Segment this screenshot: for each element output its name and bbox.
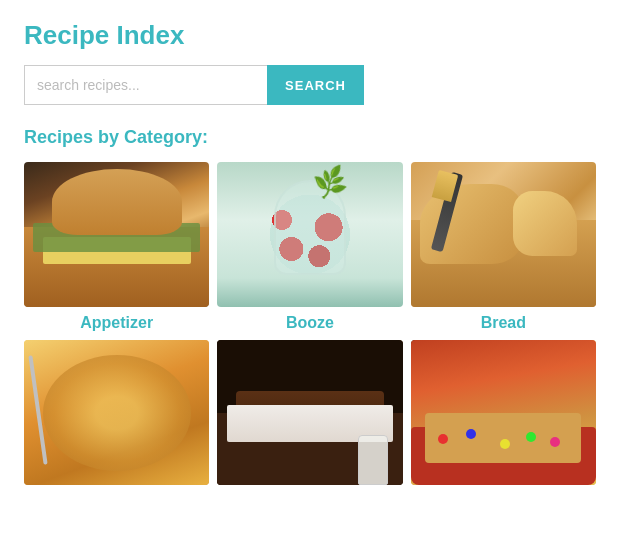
category-image-casserole — [24, 340, 209, 485]
category-item-booze[interactable]: 🌿 Booze — [217, 162, 402, 332]
category-item-bread[interactable]: Bread — [411, 162, 596, 332]
category-image-booze: 🌿 — [217, 162, 402, 307]
search-bar: SEARCH — [24, 65, 364, 105]
category-image-bread — [411, 162, 596, 307]
category-item-casserole[interactable] — [24, 340, 209, 492]
category-image-cake — [411, 340, 596, 485]
category-image-brownie — [217, 340, 402, 485]
category-label-appetizer: Appetizer — [80, 314, 153, 332]
section-label: Recipes by Category: — [24, 127, 596, 148]
search-input[interactable] — [24, 65, 267, 105]
category-item-brownie[interactable] — [217, 340, 402, 492]
category-image-appetizer — [24, 162, 209, 307]
page-title: Recipe Index — [24, 20, 596, 51]
category-item-appetizer[interactable]: Appetizer — [24, 162, 209, 332]
category-item-cake[interactable] — [411, 340, 596, 492]
category-grid: Appetizer 🌿 Booze Bread — [24, 162, 596, 492]
category-label-bread: Bread — [481, 314, 526, 332]
search-button[interactable]: SEARCH — [267, 65, 364, 105]
category-label-booze: Booze — [286, 314, 334, 332]
